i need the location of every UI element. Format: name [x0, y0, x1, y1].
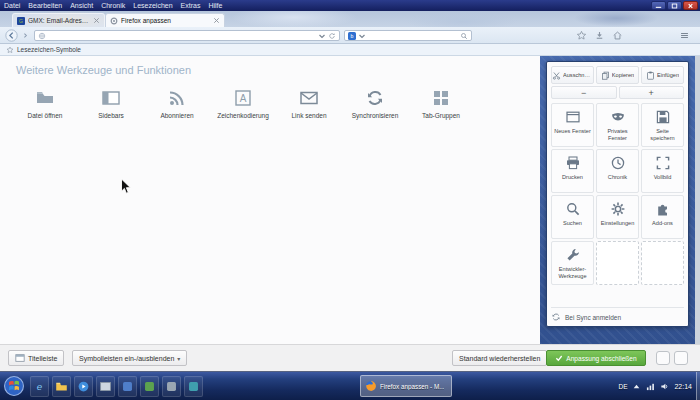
app-window-button[interactable]	[96, 376, 115, 397]
back-button[interactable]	[5, 29, 18, 42]
active-task-label: Firefox anpassen - M...	[380, 383, 444, 390]
search-engine-icon[interactable]: b	[348, 32, 356, 40]
panel-vollbild-button[interactable]: Vollbild	[641, 149, 684, 193]
app-green-icon	[143, 380, 156, 393]
label: Kopieren	[612, 72, 634, 78]
menubar: DateiBearbeitenAnsichtChronikLesezeichen…	[0, 0, 226, 11]
panel-entwickler-werkzeuge-button[interactable]: Entwickler-Werkzeuge	[551, 241, 594, 285]
tab-groups-icon	[431, 88, 451, 108]
toolbars-dropdown-button[interactable]: Symbolleisten ein-/ausblenden ▾	[72, 350, 187, 366]
tab-title: GMX: Email-Adresse, Free...	[28, 17, 90, 24]
palette-item-tab-gruppen[interactable]: Tab-Gruppen	[408, 88, 474, 119]
panel-chronik-button[interactable]: Chronik	[596, 149, 639, 193]
panel-empty-slot[interactable]	[641, 241, 684, 285]
tab-gmx-email-adresse-free[interactable]: GGMX: Email-Adresse, Free...	[12, 13, 105, 27]
app-teal-button[interactable]	[184, 376, 203, 397]
bookmarks-folder-item[interactable]: Lesezeichen-Symbole	[6, 46, 81, 54]
restore-defaults-button[interactable]: Standard wiederherstellen	[452, 350, 547, 366]
zoom-out-button[interactable]: −	[551, 86, 617, 99]
internet-explorer-icon: e	[33, 380, 46, 393]
site-identity-icon[interactable]	[38, 32, 46, 40]
system-tray: DE 22:14	[618, 372, 692, 400]
app-blue-button[interactable]	[118, 376, 137, 397]
urlbar-dropdown-icon[interactable]	[318, 32, 326, 40]
panel-seite-speichern-button[interactable]: Seite speichern	[641, 103, 684, 147]
panel-einstellungen-button[interactable]: Einstellungen	[596, 195, 639, 239]
encoding-icon: A	[233, 88, 253, 108]
panel-privates-fenster-button[interactable]: Privates Fenster	[596, 103, 639, 147]
explorer-folder-icon	[55, 380, 68, 393]
restore-defaults-label: Standard wiederherstellen	[459, 355, 540, 362]
label: Neues Fenster	[552, 128, 593, 135]
palette-item-zeichenkodierung[interactable]: AZeichenkodierung	[210, 88, 276, 119]
menu-bearbeiten[interactable]: Bearbeiten	[24, 0, 66, 11]
palette-item-datei-öffnen[interactable]: Datei öffnen	[12, 88, 78, 119]
start-button[interactable]	[3, 375, 25, 397]
app-green-button[interactable]	[140, 376, 159, 397]
menu-datei[interactable]: Datei	[0, 0, 24, 11]
titlebar-toggle-button[interactable]: Titelleiste	[8, 350, 64, 366]
menu-lesezeichen[interactable]: Lesezeichen	[129, 0, 176, 11]
panel-add-ons-button[interactable]: Add-ons	[641, 195, 684, 239]
app-gray-button[interactable]	[162, 376, 181, 397]
label: Einstellungen	[599, 220, 637, 227]
menu-ansicht[interactable]: Ansicht	[66, 0, 97, 11]
window-edge	[695, 56, 700, 344]
footer-extra-button-1[interactable]	[656, 351, 670, 365]
close-button[interactable]	[683, 1, 698, 10]
search-dropdown-icon[interactable]	[358, 32, 366, 40]
panel-drucken-button[interactable]: Drucken	[551, 149, 594, 193]
reload-icon[interactable]	[328, 32, 336, 40]
volume-icon[interactable]	[660, 382, 669, 391]
panel-einfügen-button[interactable]: Einfügen	[641, 66, 684, 84]
panel-neues-fenster-button[interactable]: Neues Fenster	[551, 103, 594, 147]
label: Einfügen	[657, 72, 679, 78]
panel-empty-slot[interactable]	[596, 241, 639, 285]
clock[interactable]: 22:14	[674, 383, 692, 390]
check-icon	[555, 354, 563, 362]
network-icon[interactable]	[646, 382, 655, 391]
sync-sign-in[interactable]: Bei Sync anmelden	[551, 307, 684, 322]
media-player-button[interactable]	[74, 376, 93, 397]
tab-close-icon[interactable]	[93, 17, 100, 24]
menu-panel: AusschneidenKopierenEinfügen − + Neues F…	[546, 61, 689, 327]
label: Ausschneiden	[563, 72, 593, 78]
show-desktop-button[interactable]	[696, 372, 700, 400]
palette-item-sidebars[interactable]: Sidebars	[78, 88, 144, 119]
maximize-button[interactable]	[667, 1, 682, 10]
panel-ausschneiden-button[interactable]: Ausschneiden	[551, 66, 594, 84]
minimize-button[interactable]	[651, 1, 666, 10]
menu-hilfe[interactable]: Hilfe	[204, 0, 226, 11]
zoom-in-button[interactable]: +	[619, 86, 685, 99]
forward-button[interactable]	[21, 31, 30, 40]
toolbars-dropdown-label: Symbolleisten ein-/ausblenden	[79, 355, 174, 362]
svg-text:b: b	[351, 33, 354, 39]
svg-text:A: A	[240, 93, 247, 104]
menu-chronik[interactable]: Chronik	[97, 0, 129, 11]
palette-item-link-senden[interactable]: Link senden	[276, 88, 342, 119]
magnifier-icon[interactable]	[460, 32, 468, 40]
panel-kopieren-button[interactable]: Kopieren	[596, 66, 639, 84]
url-bar[interactable]	[34, 30, 340, 41]
tray-expand-icon[interactable]	[632, 382, 641, 391]
bookmark-star-icon	[6, 46, 14, 54]
hamburger-menu-button[interactable]	[679, 30, 690, 41]
search-bar[interactable]: b	[344, 30, 472, 41]
language-indicator[interactable]: DE	[618, 383, 627, 390]
devtools-icon	[565, 247, 581, 263]
exit-customize-button[interactable]: Anpassung abschließen	[546, 350, 646, 366]
panel-suchen-button[interactable]: Suchen	[551, 195, 594, 239]
tab-close-icon[interactable]	[213, 17, 220, 24]
palette: Datei öffnenSidebarsAbonnierenAZeichenko…	[12, 88, 474, 119]
explorer-folder-button[interactable]	[52, 376, 71, 397]
bookmark-star-button[interactable]	[576, 30, 587, 41]
palette-item-synchronisieren[interactable]: Synchronisieren	[342, 88, 408, 119]
palette-item-abonnieren[interactable]: Abonnieren	[144, 88, 210, 119]
internet-explorer-button[interactable]: e	[30, 376, 49, 397]
tab-firefox-anpassen[interactable]: Firefox anpassen	[105, 13, 225, 27]
footer-extra-button-2[interactable]	[674, 351, 688, 365]
home-button[interactable]	[612, 30, 623, 41]
menu-extras[interactable]: Extras	[177, 0, 205, 11]
downloads-button[interactable]	[594, 30, 605, 41]
active-task-button[interactable]: Firefox anpassen - M...	[360, 375, 452, 397]
